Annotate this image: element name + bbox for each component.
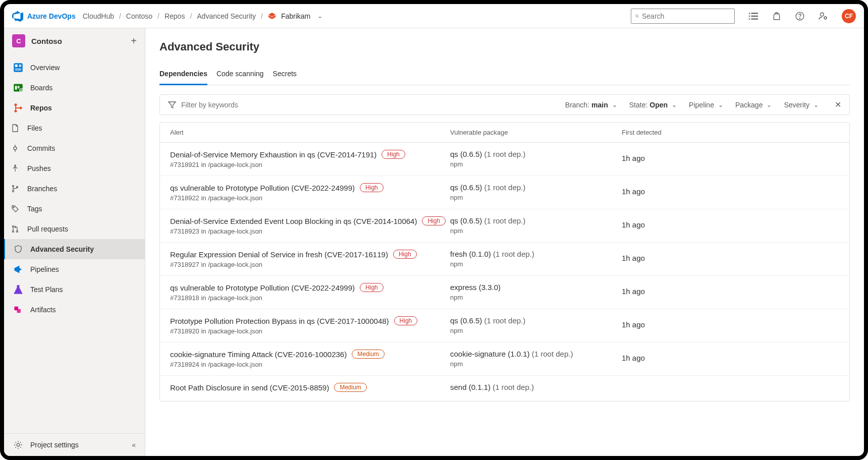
sidebar-item-repos[interactable]: Repos: [4, 98, 145, 118]
table-row[interactable]: Denial-of-Service Memory Exhaustion in q…: [160, 143, 849, 176]
list-icon[interactable]: [749, 12, 758, 21]
search-input[interactable]: [642, 12, 730, 20]
pipeline-filter[interactable]: Pipeline ⌄: [689, 101, 723, 109]
alert-sub: #7318922 in /package-lock.json: [170, 194, 450, 202]
project-settings-label: Project settings: [30, 441, 79, 449]
sidebar-item-artifacts[interactable]: Artifacts: [4, 300, 145, 320]
boards-icon: [13, 83, 23, 93]
sidebar-item-label: Tags: [27, 205, 42, 213]
sidebar-item-label: Files: [27, 124, 42, 132]
package-name: qs (0.6.5) (1 root dep.): [450, 216, 622, 225]
azure-devops-logo-icon: [12, 11, 23, 22]
chevron-down-icon: ⌄: [767, 101, 772, 108]
sidebar: C Contoso + OverviewBoardsReposFilesComm…: [4, 28, 145, 456]
svg-point-30: [17, 231, 18, 233]
first-detected: [622, 383, 839, 394]
branch-filter[interactable]: Branch: main ⌄: [565, 101, 617, 109]
sidebar-item-commits[interactable]: Commits: [4, 138, 145, 158]
repo-name[interactable]: Fabrikam: [281, 12, 310, 20]
tab-code-scanning[interactable]: Code scanning: [216, 66, 263, 85]
svg-rect-16: [15, 86, 17, 90]
breadcrumb-project[interactable]: Contoso: [126, 12, 152, 20]
filter-keywords-input[interactable]: [181, 101, 553, 109]
svg-rect-12: [15, 65, 18, 67]
sidebar-item-boards[interactable]: Boards: [4, 78, 145, 98]
tab-secrets[interactable]: Secrets: [273, 66, 296, 85]
brand-name[interactable]: Azure DevOps: [27, 12, 76, 20]
alert-sub: #7318924 in /package-lock.json: [170, 361, 450, 368]
sidebar-item-tags[interactable]: Tags: [4, 199, 145, 219]
sidebar-item-overview[interactable]: Overview: [4, 58, 145, 78]
chevron-down-icon: ⌄: [672, 101, 677, 108]
svg-point-25: [13, 191, 14, 192]
package-name: qs (0.6.5) (1 root dep.): [450, 183, 622, 192]
project-tile-icon: C: [12, 34, 25, 47]
files-icon: [10, 123, 20, 133]
avatar[interactable]: CF: [842, 9, 856, 23]
table-row[interactable]: Denial-of-Service Extended Event Loop Bl…: [160, 209, 849, 243]
commits-icon: [10, 143, 20, 153]
svg-point-28: [13, 226, 14, 227]
breadcrumb: CloudHub / Contoso / Repos / Advanced Se…: [83, 12, 323, 20]
breadcrumb-advsec[interactable]: Advanced Security: [197, 12, 256, 20]
user-settings-icon[interactable]: [819, 12, 828, 21]
table-row[interactable]: qs vulnerable to Prototype Pollution (CV…: [160, 176, 849, 209]
package-source: npm: [450, 227, 622, 235]
sidebar-item-advanced-security[interactable]: Advanced Security: [4, 239, 145, 259]
sidebar-item-pipelines[interactable]: Pipelines: [4, 259, 145, 279]
chevron-down-icon[interactable]: ⌄: [317, 13, 322, 20]
package-name: send (0.1.1) (1 root dep.): [450, 383, 622, 391]
first-detected: 1h ago: [622, 250, 839, 268]
search-icon: [635, 13, 639, 20]
sidebar-item-pushes[interactable]: Pushes: [4, 158, 145, 179]
table-row[interactable]: Prototype Pollution Protection Bypass in…: [160, 309, 849, 342]
alert-sub: #7318921 in /package-lock.json: [170, 161, 450, 168]
alert-title: Denial-of-Service Extended Event Loop Bl…: [170, 216, 450, 225]
close-filter-icon[interactable]: ✕: [835, 100, 841, 109]
filter-icon: [168, 101, 176, 109]
pushes-icon: [10, 163, 20, 174]
sidebar-item-branches[interactable]: Branches: [4, 179, 145, 199]
page-title: Advanced Security: [159, 40, 850, 53]
table-row[interactable]: qs vulnerable to Prototype Pollution (CV…: [160, 276, 849, 309]
header-actions: CF: [749, 9, 856, 23]
severity-filter[interactable]: Severity ⌄: [784, 101, 819, 109]
package-filter[interactable]: Package ⌄: [735, 101, 772, 109]
sidebar-item-pull-requests[interactable]: Pull requests: [4, 219, 145, 239]
tab-dependencies[interactable]: Dependencies: [159, 66, 207, 85]
repos-icon: [13, 103, 23, 113]
collapse-icon[interactable]: «: [132, 441, 136, 449]
breadcrumb-org[interactable]: CloudHub: [83, 12, 114, 20]
svg-point-22: [14, 147, 17, 150]
state-filter[interactable]: State: Open ⌄: [629, 101, 677, 109]
sidebar-item-files[interactable]: Files: [4, 118, 145, 138]
project-settings[interactable]: Project settings «: [4, 433, 145, 456]
sidebar-item-label: Commits: [27, 144, 55, 152]
search-box[interactable]: [631, 9, 735, 24]
severity-badge: High: [360, 183, 384, 192]
sidebar-item-test-plans[interactable]: Test Plans: [4, 279, 145, 300]
alert-title: Regular Expression Denial of Service in …: [170, 250, 450, 259]
first-detected: 1h ago: [622, 216, 839, 235]
help-icon[interactable]: [795, 12, 804, 21]
marketplace-icon[interactable]: [772, 12, 781, 21]
table-row[interactable]: Root Path Disclosure in send (CVE-2015-8…: [160, 376, 849, 401]
svg-rect-32: [17, 309, 21, 313]
sidebar-item-label: Branches: [27, 185, 57, 193]
sidebar-item-label: Overview: [30, 64, 60, 72]
svg-rect-14: [15, 68, 22, 71]
branches-icon: [10, 184, 20, 194]
svg-point-24: [13, 186, 14, 187]
breadcrumb-repos[interactable]: Repos: [165, 12, 185, 20]
add-button[interactable]: +: [131, 35, 137, 47]
svg-point-18: [20, 89, 23, 92]
severity-badge: High: [422, 216, 446, 225]
alert-title: Prototype Pollution Protection Bypass in…: [170, 316, 450, 325]
svg-point-27: [13, 207, 14, 208]
table-row[interactable]: Regular Expression Denial of Service in …: [160, 243, 849, 276]
tabs: DependenciesCode scanningSecrets: [159, 66, 850, 85]
gear-icon: [13, 440, 23, 450]
project-header[interactable]: C Contoso +: [4, 28, 145, 53]
alert-title: qs vulnerable to Prototype Pollution (CV…: [170, 283, 450, 292]
table-row[interactable]: cookie-signature Timing Attack (CVE-2016…: [160, 342, 849, 376]
